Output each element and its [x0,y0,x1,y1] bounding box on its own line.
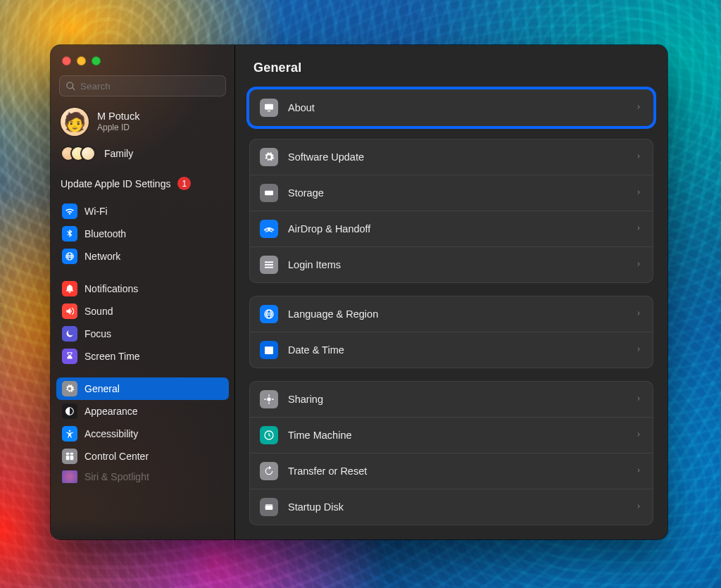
window-controls [51,52,234,75]
family-avatars [61,146,96,161]
chevron-icon [636,102,643,113]
group-misc: Sharing Time Machine Transfer or Reset S… [249,381,653,525]
reset-icon [260,462,278,480]
row-sharing[interactable]: Sharing [250,382,653,417]
sidebar-item-sound[interactable]: Sound [56,300,229,323]
search-icon [65,81,76,92]
page-title: General [253,61,649,75]
startup-disk-icon [260,498,278,516]
row-startup-disk[interactable]: Startup Disk [250,489,653,525]
search-input[interactable] [80,81,220,92]
globe-icon [260,305,278,323]
network-icon [62,249,77,264]
search-box[interactable] [59,75,226,96]
sidebar-item-screen-time[interactable]: Screen Time [56,345,229,368]
list-icon [260,256,278,274]
sidebar-item-bluetooth[interactable]: Bluetooth [56,223,229,245]
chevron-icon [636,308,643,320]
accessibility-icon [62,426,77,442]
monitor-icon [260,99,278,117]
row-about[interactable]: About [250,90,653,125]
sidebar-item-focus[interactable]: Focus [56,323,229,345]
row-storage[interactable]: Storage [250,175,653,211]
sidebar-item-network[interactable]: Network [56,245,229,268]
row-transfer-reset[interactable]: Transfer or Reset [250,453,653,489]
disk-icon [260,184,278,202]
chevron-icon [636,430,643,441]
sidebar-item-accessibility[interactable]: Accessibility [56,423,229,445]
search-container [59,75,226,96]
sidebar-family[interactable]: Family [51,142,234,170]
calendar-icon [260,341,278,359]
wifi-icon [62,204,77,219]
chevron-icon [636,394,643,405]
content: About Software Update Storage [235,85,667,539]
update-apple-id-badge: 1 [177,177,191,190]
row-date-time[interactable]: Date & Time [250,332,653,368]
gear-icon [260,148,278,166]
sidebar-item-wifi[interactable]: Wi-Fi [56,200,229,223]
chevron-icon [636,223,643,234]
row-software-update[interactable]: Software Update [250,139,653,175]
minimize-window-button[interactable] [77,56,86,65]
row-airdrop-handoff[interactable]: AirDrop & Handoff [250,211,653,246]
header: General [235,45,667,85]
group-about: About [249,89,653,126]
sidebar-item-general[interactable]: General [56,377,229,400]
bell-icon [62,281,77,296]
sidebar-list: Wi-Fi Bluetooth Network Notifications So… [51,200,234,480]
chevron-icon [636,465,643,477]
sidebar-update-apple-id[interactable]: Update Apple ID Settings 1 [51,170,234,200]
chevron-icon [636,187,643,199]
clock-icon [260,426,278,444]
chevron-icon [636,501,643,513]
update-apple-id-label: Update Apple ID Settings [61,178,170,189]
sidebar-item-control-center[interactable]: Control Center [56,445,229,468]
account-sub: Apple ID [97,123,139,132]
control-center-icon [62,449,77,464]
group-locale: Language & Region Date & Time [249,296,653,368]
siri-icon [62,470,77,483]
sidebar-item-appearance[interactable]: Appearance [56,400,229,423]
airdrop-icon [260,220,278,238]
row-time-machine[interactable]: Time Machine [250,417,653,453]
sound-icon [62,304,77,319]
bluetooth-icon [62,226,77,242]
sharing-icon [260,390,278,408]
sidebar-apple-id[interactable]: 🧑 M Potuck Apple ID [51,105,234,142]
group-system: Software Update Storage AirDrop & Handof… [249,139,653,283]
system-settings-window: 🧑 M Potuck Apple ID Family Update Apple … [51,45,667,539]
avatar: 🧑 [61,108,89,136]
moon-icon [62,326,77,342]
chevron-icon [636,151,643,163]
gear-icon [62,381,77,396]
sidebar-item-siri-spotlight[interactable]: Siri & Spotlight [56,470,229,483]
hourglass-icon [62,349,77,364]
account-name: M Potuck [97,111,139,123]
main-panel: General About Software Update [235,45,667,539]
chevron-icon [636,259,643,270]
family-label: Family [104,148,133,159]
row-login-items[interactable]: Login Items [250,246,653,282]
row-language-region[interactable]: Language & Region [250,296,653,332]
sidebar-item-notifications[interactable]: Notifications [56,277,229,300]
appearance-icon [62,404,77,419]
chevron-icon [636,344,643,356]
sidebar: 🧑 M Potuck Apple ID Family Update Apple … [51,45,235,539]
close-window-button[interactable] [62,56,71,65]
fullscreen-window-button[interactable] [92,56,101,65]
